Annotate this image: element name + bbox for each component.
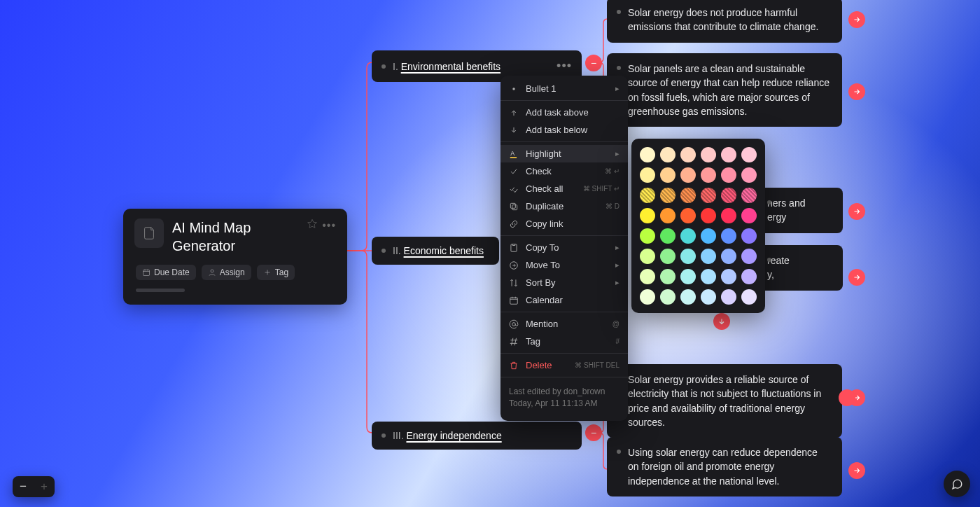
color-swatch[interactable]: [701, 289, 716, 305]
chat-button[interactable]: [944, 471, 970, 497]
color-swatch[interactable]: [660, 167, 676, 183]
expand-arrow-button[interactable]: [839, 389, 855, 406]
zoom-in-button[interactable]: +: [34, 476, 55, 497]
menu-check[interactable]: Check ⌘ ↵: [500, 162, 628, 180]
color-swatch[interactable]: [640, 249, 655, 264]
color-swatch[interactable]: [701, 269, 716, 284]
tag-chip[interactable]: Tag: [257, 265, 295, 280]
assign-chip[interactable]: Assign: [202, 265, 251, 280]
branch-label: I. Environmental benefits: [393, 61, 500, 72]
color-swatch[interactable]: [640, 228, 655, 244]
menu-separator: [500, 141, 628, 142]
color-swatch[interactable]: [721, 208, 736, 223]
more-icon[interactable]: •••: [322, 219, 336, 232]
menu-highlight[interactable]: A Highlight ▸: [500, 145, 628, 162]
color-swatch[interactable]: [741, 249, 757, 264]
root-node[interactable]: AI Mind Map Generator ••• Due Date Assig…: [123, 209, 347, 305]
context-menu: Bullet 1 ▸ Add task above Add task below…: [500, 76, 628, 421]
leaf-node[interactable]: Solar panels are a clean and sustainable…: [607, 53, 842, 127]
chevron-right-icon: ▸: [615, 261, 620, 270]
menu-copy-to[interactable]: Copy To ▸: [500, 239, 628, 256]
color-swatch[interactable]: [741, 289, 757, 305]
color-swatch[interactable]: [680, 269, 696, 284]
zoom-out-button[interactable]: −: [13, 476, 34, 497]
color-swatch[interactable]: [721, 249, 736, 264]
menu-tag[interactable]: Tag #: [500, 333, 628, 350]
color-swatch[interactable]: [721, 167, 736, 183]
expand-down-button[interactable]: [713, 313, 730, 330]
expand-arrow-button[interactable]: [848, 11, 865, 28]
menu-duplicate[interactable]: Duplicate ⌘ D: [500, 197, 628, 215]
svg-point-2: [512, 88, 515, 90]
branch-economic[interactable]: II. Economic benefits: [372, 237, 499, 265]
due-date-chip[interactable]: Due Date: [136, 265, 196, 280]
color-swatch[interactable]: [660, 249, 676, 264]
expand-arrow-button[interactable]: [848, 462, 865, 479]
color-swatch[interactable]: [741, 269, 757, 284]
color-swatch[interactable]: [741, 147, 757, 162]
color-swatch[interactable]: [721, 188, 736, 203]
menu-calendar[interactable]: Calendar: [500, 291, 628, 309]
color-swatch[interactable]: [701, 167, 716, 183]
leaf-node[interactable]: Solar energy does not produce harmful em…: [607, 0, 842, 43]
color-swatch[interactable]: [640, 147, 655, 162]
color-swatch[interactable]: [721, 228, 736, 244]
svg-point-1: [211, 270, 214, 272]
color-swatch[interactable]: [701, 228, 716, 244]
color-swatch[interactable]: [701, 249, 716, 264]
menu-copy-link[interactable]: Copy link: [500, 215, 628, 232]
star-icon[interactable]: [307, 218, 318, 232]
color-swatch[interactable]: [640, 208, 655, 223]
color-swatch[interactable]: [640, 289, 655, 305]
menu-move-to[interactable]: Move To ▸: [500, 256, 628, 274]
leaf-node[interactable]: Using solar energy can reduce dependence…: [607, 437, 842, 496]
menu-footer: Last edited by don_brown Today, Apr 11 1…: [500, 380, 628, 417]
menu-bullet[interactable]: Bullet 1 ▸: [500, 80, 628, 97]
color-swatch[interactable]: [741, 228, 757, 244]
color-swatch[interactable]: [721, 269, 736, 284]
color-swatch[interactable]: [680, 228, 696, 244]
menu-check-all[interactable]: Check all ⌘ SHIFT ↵: [500, 180, 628, 197]
bullet-icon: [382, 433, 386, 438]
color-swatch[interactable]: [741, 188, 757, 203]
color-swatch[interactable]: [640, 269, 655, 284]
color-swatch[interactable]: [680, 167, 696, 183]
menu-mention[interactable]: Mention @: [500, 315, 628, 333]
color-swatch[interactable]: [680, 147, 696, 162]
expand-arrow-button[interactable]: [848, 83, 865, 100]
color-swatch[interactable]: [660, 269, 676, 284]
color-swatch[interactable]: [660, 188, 676, 203]
color-swatch[interactable]: [660, 289, 676, 305]
collapse-button[interactable]: −: [585, 55, 602, 71]
color-swatch[interactable]: [640, 188, 655, 203]
menu-delete[interactable]: Delete ⌘ SHIFT DEL: [500, 356, 628, 374]
branch-energy-independence[interactable]: III. Energy independence: [372, 422, 582, 450]
leaf-node[interactable]: Solar energy provides a reliable source …: [607, 364, 842, 438]
leaf-node-partial[interactable]: reate y,: [757, 245, 843, 291]
svg-rect-6: [510, 203, 515, 208]
color-swatch[interactable]: [680, 188, 696, 203]
color-swatch[interactable]: [680, 289, 696, 305]
expand-arrow-button[interactable]: [848, 269, 865, 286]
color-swatch[interactable]: [640, 167, 655, 183]
color-swatch[interactable]: [741, 208, 757, 223]
color-swatch[interactable]: [701, 188, 716, 203]
color-swatch[interactable]: [680, 208, 696, 223]
more-icon[interactable]: •••: [556, 59, 572, 74]
color-swatch[interactable]: [660, 228, 676, 244]
color-swatch[interactable]: [721, 147, 736, 162]
color-swatch[interactable]: [660, 208, 676, 223]
color-swatch[interactable]: [680, 249, 696, 264]
menu-add-task-above[interactable]: Add task above: [500, 104, 628, 121]
color-swatch[interactable]: [721, 289, 736, 305]
collapse-button[interactable]: −: [585, 424, 602, 441]
color-swatch[interactable]: [701, 208, 716, 223]
color-swatch[interactable]: [660, 147, 676, 162]
color-swatch[interactable]: [741, 167, 757, 183]
menu-separator: [500, 353, 628, 354]
expand-arrow-button[interactable]: [848, 203, 865, 220]
color-swatch[interactable]: [701, 147, 716, 162]
leaf-node-partial[interactable]: ners and ergy: [757, 188, 843, 233]
menu-add-task-below[interactable]: Add task below: [500, 121, 628, 139]
menu-sort-by[interactable]: Sort By ▸: [500, 274, 628, 291]
